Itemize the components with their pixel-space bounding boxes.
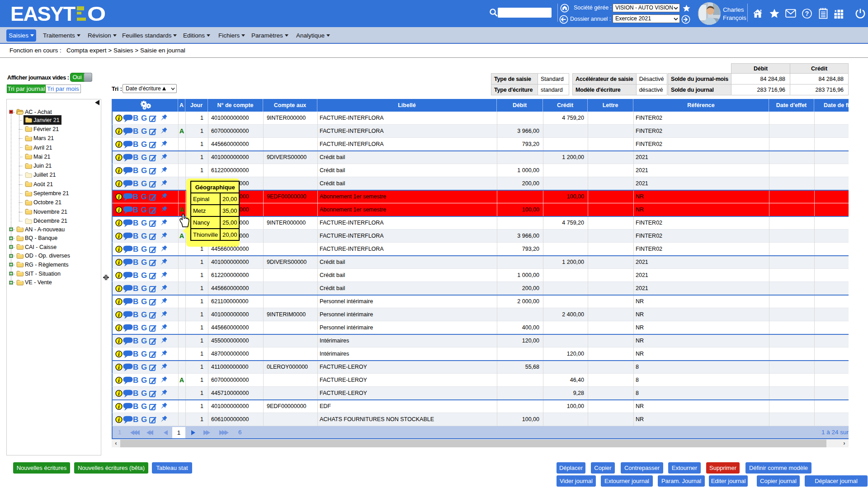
svg-text:?: ?: [805, 10, 809, 17]
